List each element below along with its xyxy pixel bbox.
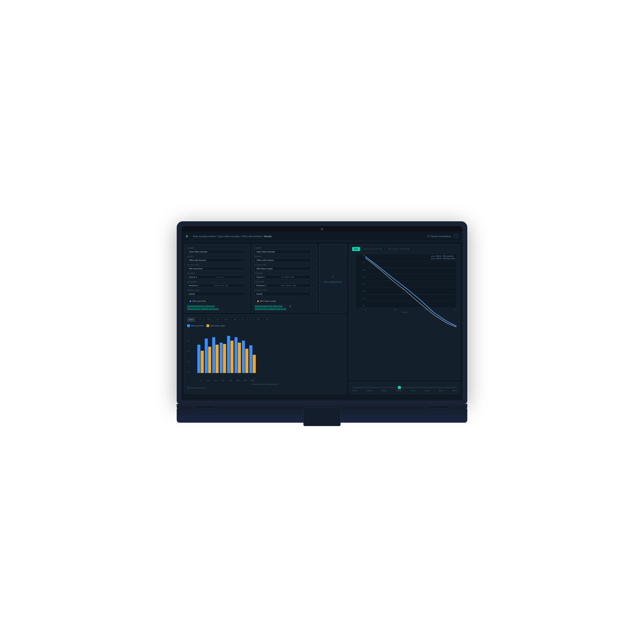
field-receiver-1: Receiver Receiver 1 (3.24, 10.55, 1.5) ▼ bbox=[187, 281, 247, 288]
genre-label-2: Genre bbox=[255, 247, 314, 249]
bar-group-4 bbox=[227, 336, 233, 373]
freq-label-1k: 1k Hz bbox=[411, 390, 415, 392]
receiver-select-2[interactable]: Receiver 1 (3.24, 10.55, 1.96) ▼ bbox=[255, 283, 314, 288]
source-select-1[interactable]: Source 1 (2, 3, 1) ▼ bbox=[187, 275, 247, 279]
bar-blue-7 bbox=[249, 345, 252, 373]
laptop-keyboard bbox=[177, 408, 467, 423]
y-label-1: 1 bbox=[187, 329, 190, 331]
field-genre-1: Genre Open office example ▼ bbox=[187, 247, 247, 254]
edc-legend: 500 Hz With wood floor 500 Hz With heavy… bbox=[431, 255, 455, 259]
x-label-4000: 4000 bbox=[242, 380, 248, 381]
tab-frequency-response[interactable]: FREQUENCY RESPONSE bbox=[386, 247, 413, 251]
screen-bezel: + ‹ Beta example models / Open office ex… bbox=[181, 226, 463, 400]
download-link-4[interactable]: Download Nc for selected source (xls) bbox=[255, 307, 286, 309]
genre-label-1: Genre bbox=[187, 247, 247, 249]
resulttype-select-2[interactable]: Hybrid ▼ bbox=[255, 292, 314, 296]
tab-impulse-response[interactable]: IMPULSE RESPONSE bbox=[362, 247, 385, 251]
bar-group-1 bbox=[205, 339, 211, 373]
tab-edt[interactable]: EDT bbox=[187, 318, 195, 322]
model-value-2: Office with furniture bbox=[256, 259, 274, 261]
x-label-1000: 1000 bbox=[227, 380, 233, 381]
add-comparison-panel[interactable]: + ADD COMPARISON bbox=[319, 244, 346, 313]
laptop: + ‹ Beta example models / Open office ex… bbox=[177, 221, 467, 423]
chart-legend: With wood floor With heavy carpet bbox=[187, 324, 343, 327]
tab-ts[interactable]: TS bbox=[240, 318, 246, 322]
config-panels-row: Genre Open office example ▼ Model bbox=[184, 244, 346, 313]
result-badge-1: With wood floor bbox=[187, 299, 208, 303]
tab-t30[interactable]: T30 bbox=[205, 318, 212, 322]
download-link-3[interactable]: Download parameter values (csv) bbox=[255, 305, 286, 307]
edc-legend-freq-2: 500 Hz bbox=[437, 258, 441, 259]
freq-labels: 0.5 Hz 125 Hz 250 Hz 500 Hz 1k Hz 2k Hz … bbox=[352, 390, 457, 392]
receiver-arrow-2: ▼ bbox=[311, 284, 313, 287]
receiver-select-1[interactable]: Receiver 1 (3.24, 10.55, 1.5) ▼ bbox=[187, 283, 247, 288]
touchpad[interactable] bbox=[303, 407, 341, 426]
dot-blue-1 bbox=[190, 300, 191, 302]
logo-icon: + bbox=[185, 233, 188, 239]
genre-select-1[interactable]: Open office example ▼ bbox=[187, 250, 247, 254]
add-comparison-plus-icon: + bbox=[331, 274, 334, 280]
recent-simulations-button[interactable]: ⏱ Recent Simulations bbox=[427, 235, 451, 238]
edc-tabs: EDC IMPULSE RESPONSE FREQUENCY RESPONSE bbox=[352, 247, 457, 251]
floor-select-1[interactable]: With wood floor ▼ bbox=[187, 267, 247, 271]
bar-group-7 bbox=[249, 345, 256, 373]
receiver-coords-2: (3.24, 10.55, 1.96) bbox=[281, 284, 296, 287]
floor-label-2: Floor type bbox=[255, 264, 314, 266]
genre-select-2[interactable]: Open office example ▼ bbox=[255, 250, 314, 254]
bar-group-0 bbox=[197, 345, 204, 373]
download-link-1[interactable]: Download parameter values (csv) bbox=[187, 305, 219, 307]
edc-y-6: -70 bbox=[362, 298, 365, 300]
info-icon[interactable]: i bbox=[454, 234, 459, 239]
tab-edc[interactable]: EDC bbox=[352, 247, 360, 251]
show-transition-checkbox[interactable] bbox=[187, 387, 190, 389]
bar-blue-4 bbox=[227, 336, 230, 373]
freq-label-2k: 2k Hz bbox=[425, 390, 429, 392]
tab-sti[interactable]: STI bbox=[264, 318, 271, 322]
bar-blue-5 bbox=[234, 337, 238, 373]
model-select-1[interactable]: Office with furniture ▼ bbox=[187, 258, 247, 262]
download-link-2[interactable]: Download Nc for selected source (xls) bbox=[187, 307, 219, 309]
source-select-2[interactable]: Source 1 (2, 16.62, 1.96) ▼ bbox=[255, 275, 314, 279]
freq-slider-section: 0.5 Hz 125 Hz 250 Hz 500 Hz 1k Hz 2k Hz … bbox=[349, 382, 460, 394]
show-transition-label: Show transition freq. bbox=[191, 387, 206, 389]
freq-slider-track[interactable] bbox=[352, 387, 457, 388]
field-source-2: Source Source 1 (2, 16.62, 1.96) ▼ bbox=[255, 272, 314, 279]
resulttype-label-2: Result type bbox=[255, 289, 314, 291]
y-label-4: 0.4 bbox=[187, 361, 190, 363]
floor-label-1: Floor type bbox=[187, 264, 247, 266]
result-badge-2: With heavy carpet bbox=[255, 299, 278, 303]
tab-c80[interactable]: C80 bbox=[222, 318, 230, 322]
bar-orange-3 bbox=[223, 344, 226, 373]
floor-arrow-2: ▼ bbox=[311, 268, 313, 270]
genre-arrow-2: ▼ bbox=[311, 251, 313, 253]
floor-value-1: With wood floor bbox=[189, 268, 203, 270]
bar-orange-4 bbox=[230, 341, 233, 373]
right-panel: EDC IMPULSE RESPONSE FREQUENCY RESPONSE … bbox=[349, 244, 460, 394]
tab-d[interactable]: D bbox=[248, 318, 253, 322]
back-arrow[interactable]: ‹ bbox=[190, 235, 191, 238]
dot-orange-2 bbox=[257, 300, 259, 302]
delete-comparison-icon[interactable]: 🗑 bbox=[289, 305, 292, 308]
bar-orange-7 bbox=[253, 355, 256, 373]
floor-select-2[interactable]: With heavy carpet ▼ bbox=[255, 267, 314, 271]
tab-d50[interactable]: D50 bbox=[231, 318, 239, 322]
tab-spl[interactable]: SPL bbox=[254, 318, 262, 322]
freq-slider-thumb[interactable] bbox=[398, 386, 401, 389]
legend-label-1: With wood floor bbox=[191, 325, 204, 327]
y-label-3: 0.6 bbox=[187, 350, 190, 352]
source-arrow-2: ▼ bbox=[311, 276, 313, 278]
recent-simulations-label: Recent Simulations bbox=[431, 235, 451, 238]
edc-panel: EDC IMPULSE RESPONSE FREQUENCY RESPONSE … bbox=[349, 244, 460, 380]
chart-tabs: EDT T20 T30 C50 C80 D50 TS D SPL STI bbox=[187, 318, 343, 322]
model-select-2[interactable]: Office with furniture ▼ bbox=[255, 258, 314, 262]
resulttype-label-1: Result type bbox=[187, 289, 247, 291]
tab-t20[interactable]: T20 bbox=[196, 318, 203, 322]
resulttype-select-1[interactable]: Hybrid ▼ bbox=[187, 292, 247, 296]
resulttype-value-1: Hybrid bbox=[189, 293, 195, 295]
legend-box-orange bbox=[206, 324, 209, 327]
genre-value-2: Open office example bbox=[256, 251, 275, 253]
x-label-250: 250 bbox=[212, 380, 219, 381]
edc-y-5: -60 bbox=[362, 291, 365, 292]
tab-c50[interactable]: C50 bbox=[214, 318, 221, 322]
edc-chart-container: Energy decay level [dB] bbox=[352, 254, 457, 313]
